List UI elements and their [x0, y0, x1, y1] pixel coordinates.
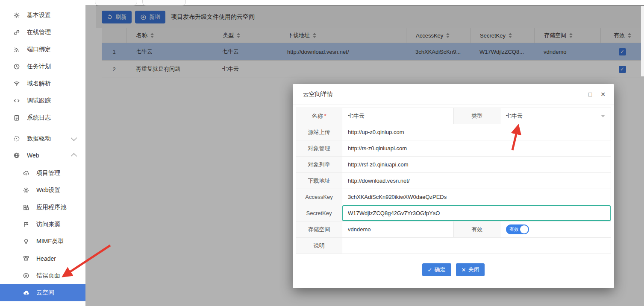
sidebar-item-label: 项目管理 — [36, 169, 60, 177]
clock-icon — [13, 63, 21, 70]
sidebar-item-project-manage[interactable]: 项目管理 — [0, 165, 85, 182]
flag-icon — [22, 221, 30, 228]
sidebar-item-basic-settings[interactable]: 基本设置 — [0, 7, 85, 24]
object-list-input[interactable] — [348, 161, 605, 168]
accesskey-input[interactable] — [348, 194, 605, 200]
sidebar-item-label: Web — [27, 152, 39, 159]
required-asterisk: * — [324, 113, 326, 119]
sidebar-item-label: 系统日志 — [27, 114, 51, 122]
sidebar-group-web[interactable]: Web — [0, 147, 85, 163]
bulb-icon — [22, 238, 30, 245]
gear-icon — [22, 187, 30, 194]
field-label-object-list: 对象列举 — [296, 157, 342, 172]
sidebar-item-label: 在线管理 — [27, 29, 51, 36]
clipboard-icon — [13, 114, 21, 121]
sidebar-item-label: 访问来源 — [36, 221, 60, 228]
cloud-space-detail-dialog: 云空间详情 — □ ✕ 名称* 类型 七牛云 源站上传 — [293, 84, 614, 288]
field-label-name: 名称* — [296, 108, 342, 124]
link-icon — [13, 29, 21, 36]
cloud-icon — [22, 289, 30, 296]
download-url-input[interactable] — [348, 178, 605, 184]
maximize-icon[interactable]: □ — [585, 89, 595, 99]
type-select[interactable]: 七牛云 — [500, 108, 611, 124]
disc-icon — [13, 135, 21, 142]
close-icon[interactable]: ✕ — [598, 89, 608, 99]
check-icon: ✓ — [428, 267, 432, 273]
chevron-down-icon — [71, 135, 77, 141]
sidebar-item-system-log[interactable]: 系统日志 — [0, 109, 85, 126]
wifi-icon — [13, 80, 21, 87]
name-input[interactable] — [348, 113, 447, 119]
secretkey-input[interactable] — [348, 210, 605, 216]
sidebar-item-label: Header — [36, 255, 56, 262]
toggle-knob — [520, 225, 528, 233]
sidebar-item-label: 应用程序池 — [36, 204, 66, 211]
sidebar-item-online-manage[interactable]: 在线管理 — [0, 24, 85, 41]
dialog-form: 名称* 类型 七牛云 源站上传 对象管理 对象列举 — [296, 108, 611, 254]
bucket-input[interactable] — [348, 226, 447, 233]
text-cursor — [398, 210, 398, 218]
sidebar-item-task-schedule[interactable]: 任务计划 — [0, 58, 85, 75]
header-boxes-icon — [22, 255, 30, 262]
sidebar-item-web-settings[interactable]: Web设置 — [0, 182, 85, 199]
sidebar-item-label: 任务计划 — [27, 63, 51, 70]
sidebar-item-label: MIME类型 — [36, 238, 64, 245]
sidebar-item-label: 调试跟踪 — [27, 97, 51, 105]
field-label-remark: 说明 — [296, 238, 342, 254]
field-label-origin-upload: 源站上传 — [296, 124, 342, 140]
app-window: 基本设置 在线管理 端口绑定 任务计划 域名解析 调试跟踪 系统日志 — [0, 0, 644, 306]
field-label-secretkey: SecretKey — [296, 205, 342, 221]
valid-toggle[interactable]: 有效 — [506, 224, 529, 234]
sidebar-group-data-driver[interactable]: 数据驱动 — [0, 130, 85, 147]
rss-icon — [13, 46, 21, 53]
sidebar-item-access-source[interactable]: 访问来源 — [0, 216, 85, 233]
scrollbar-thumb[interactable] — [641, 6, 644, 76]
field-label-bucket: 存储空间 — [296, 221, 342, 237]
sidebar-item-label: Web设置 — [36, 187, 61, 194]
dialog-header[interactable]: 云空间详情 — □ ✕ — [293, 84, 614, 105]
sidebar: 基本设置 在线管理 端口绑定 任务计划 域名解析 调试跟踪 系统日志 — [0, 0, 85, 306]
sidebar-item-mime-type[interactable]: MIME类型 — [0, 233, 85, 250]
chevron-up-icon — [71, 153, 77, 159]
dialog-title: 云空间详情 — [303, 90, 333, 98]
globe-icon — [13, 152, 21, 159]
sidebar-item-label: 端口绑定 — [27, 46, 51, 53]
object-manage-input[interactable] — [348, 145, 605, 152]
sidebar-item-header[interactable]: Header — [0, 250, 85, 267]
field-label-object-manage: 对象管理 — [296, 140, 342, 156]
remark-input[interactable] — [348, 242, 605, 249]
field-label-type: 类型 — [453, 108, 500, 124]
sidebar-item-port-binding[interactable]: 端口绑定 — [0, 41, 85, 58]
field-label-download-url: 下载地址 — [296, 173, 342, 189]
origin-upload-input[interactable] — [348, 129, 605, 135]
close-button[interactable]: ✕ 关闭 — [456, 263, 485, 276]
grid-icon — [22, 204, 30, 211]
sidebar-item-label: 错误页面 — [36, 272, 60, 280]
sidebar-item-error-page[interactable]: 错误页面 — [0, 267, 85, 284]
confirm-button[interactable]: ✓ 确定 — [422, 263, 451, 276]
circle-x-icon — [22, 272, 30, 279]
x-icon: ✕ — [462, 267, 466, 273]
field-label-accesskey: AccessKey — [296, 189, 342, 205]
code-icon — [13, 97, 21, 104]
gear-icon — [13, 12, 21, 19]
field-label-valid: 有效 — [453, 221, 500, 237]
sidebar-item-dns-resolve[interactable]: 域名解析 — [0, 75, 85, 92]
chevron-down-icon — [601, 115, 605, 117]
sidebar-item-label: 云空间 — [36, 289, 54, 297]
minimize-icon[interactable]: — — [572, 89, 582, 99]
cloud-upload-icon — [22, 170, 30, 177]
sidebar-item-label: 数据驱动 — [27, 135, 51, 143]
sidebar-item-label: 域名解析 — [27, 80, 51, 87]
sidebar-item-app-pool[interactable]: 应用程序池 — [0, 199, 85, 216]
sidebar-item-debug-trace[interactable]: 调试跟踪 — [0, 92, 85, 109]
sidebar-item-label: 基本设置 — [27, 12, 51, 19]
sidebar-item-cloud-space[interactable]: 云空间 — [0, 284, 85, 301]
